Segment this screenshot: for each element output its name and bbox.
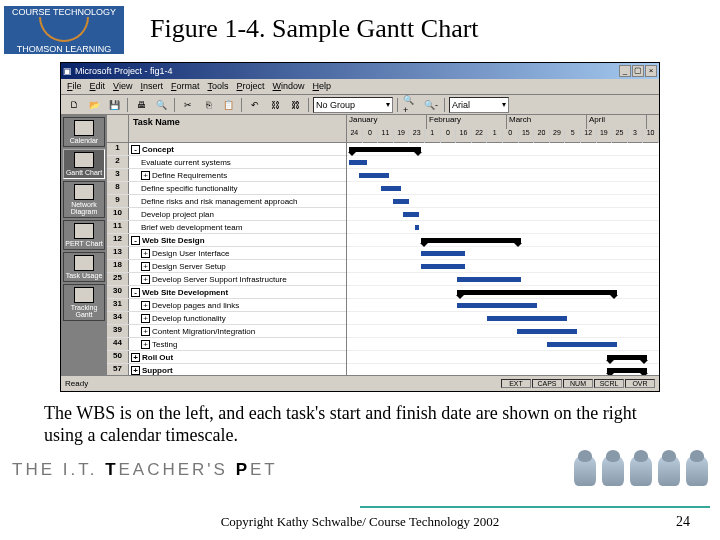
row-number[interactable]: 57 [107, 364, 129, 375]
cut-icon[interactable]: ✂ [179, 97, 197, 113]
paste-icon[interactable]: 📋 [219, 97, 237, 113]
task-bar[interactable] [457, 303, 537, 308]
task-bar[interactable] [403, 212, 419, 217]
row-number[interactable]: 3 [107, 169, 129, 181]
task-row[interactable]: 50+Roll Out [107, 351, 346, 364]
menu-window[interactable]: Window [273, 81, 305, 92]
expand-icon[interactable]: + [131, 353, 140, 362]
summary-bar[interactable] [457, 290, 617, 295]
row-number[interactable]: 50 [107, 351, 129, 363]
task-row[interactable]: 57+Support [107, 364, 346, 375]
minimize-button[interactable]: _ [619, 65, 631, 77]
zoom-out-icon[interactable]: 🔍- [422, 97, 440, 113]
task-bar[interactable] [457, 277, 521, 282]
expand-icon[interactable]: + [141, 301, 150, 310]
expand-icon[interactable]: + [141, 171, 150, 180]
copy-icon[interactable]: ⎘ [199, 97, 217, 113]
task-row[interactable]: 12-Web Site Design [107, 234, 346, 247]
menu-tools[interactable]: Tools [207, 81, 228, 92]
expand-icon[interactable]: + [141, 249, 150, 258]
font-combo[interactable]: Arial [449, 97, 509, 113]
viewbar-network-diagram[interactable]: Network Diagram [63, 181, 105, 218]
row-number[interactable]: 8 [107, 182, 129, 194]
row-number[interactable]: 12 [107, 234, 129, 246]
task-bar[interactable] [415, 225, 419, 230]
row-number[interactable]: 30 [107, 286, 129, 298]
menu-project[interactable]: Project [236, 81, 264, 92]
select-all-corner[interactable] [107, 115, 129, 142]
preview-icon[interactable]: 🔍 [152, 97, 170, 113]
task-bar[interactable] [421, 251, 465, 256]
print-icon[interactable]: 🖶 [132, 97, 150, 113]
expand-icon[interactable]: + [141, 262, 150, 271]
zoom-in-icon[interactable]: 🔍+ [402, 97, 420, 113]
row-number[interactable]: 18 [107, 260, 129, 272]
task-row[interactable]: 1-Concept [107, 143, 346, 156]
task-row[interactable]: 25+Develop Server Support Infrastructure [107, 273, 346, 286]
expand-icon[interactable]: - [131, 145, 140, 154]
row-number[interactable]: 34 [107, 312, 129, 324]
task-row[interactable]: 39+Content Migration/Integration [107, 325, 346, 338]
task-row[interactable]: 11Brief web development team [107, 221, 346, 234]
task-bar[interactable] [517, 329, 577, 334]
menu-insert[interactable]: Insert [140, 81, 163, 92]
menu-format[interactable]: Format [171, 81, 200, 92]
viewbar-tracking-gantt[interactable]: Tracking Gantt [63, 284, 105, 321]
save-icon[interactable]: 💾 [105, 97, 123, 113]
expand-icon[interactable]: + [141, 327, 150, 336]
expand-icon[interactable]: + [141, 314, 150, 323]
expand-icon[interactable]: + [141, 275, 150, 284]
viewbar-gantt-chart[interactable]: Gantt Chart [63, 149, 105, 179]
expand-icon[interactable]: - [131, 288, 140, 297]
task-name-header[interactable]: Task Name [129, 115, 346, 142]
task-row[interactable]: 9Define risks and risk management approa… [107, 195, 346, 208]
viewbar-calendar[interactable]: Calendar [63, 117, 105, 147]
summary-bar[interactable] [607, 355, 647, 360]
row-number[interactable]: 2 [107, 156, 129, 168]
row-number[interactable]: 11 [107, 221, 129, 233]
row-number[interactable]: 25 [107, 273, 129, 285]
task-bar[interactable] [421, 264, 465, 269]
task-bar[interactable] [381, 186, 401, 191]
row-number[interactable]: 31 [107, 299, 129, 311]
viewbar-pert-chart[interactable]: PERT Chart [63, 220, 105, 250]
expand-icon[interactable]: - [131, 236, 140, 245]
menu-edit[interactable]: Edit [90, 81, 106, 92]
open-file-icon[interactable]: 📂 [85, 97, 103, 113]
close-button[interactable]: × [645, 65, 657, 77]
menu-view[interactable]: View [113, 81, 132, 92]
row-number[interactable]: 9 [107, 195, 129, 207]
task-row[interactable]: 2Evaluate current systems [107, 156, 346, 169]
summary-bar[interactable] [421, 238, 521, 243]
new-file-icon[interactable]: 🗋 [65, 97, 83, 113]
link-icon[interactable]: ⛓ [266, 97, 284, 113]
task-row[interactable]: 10Develop project plan [107, 208, 346, 221]
viewbar-task-usage[interactable]: Task Usage [63, 252, 105, 282]
task-row[interactable]: 34+Develop functionality [107, 312, 346, 325]
task-bar[interactable] [349, 160, 367, 165]
menu-help[interactable]: Help [313, 81, 332, 92]
row-number[interactable]: 44 [107, 338, 129, 350]
task-row[interactable]: 44+Testing [107, 338, 346, 351]
row-number[interactable]: 1 [107, 143, 129, 155]
row-number[interactable]: 39 [107, 325, 129, 337]
menu-file[interactable]: File [67, 81, 82, 92]
maximize-button[interactable]: ▢ [632, 65, 644, 77]
task-bar[interactable] [487, 316, 567, 321]
task-row[interactable]: 30-Web Site Development [107, 286, 346, 299]
undo-icon[interactable]: ↶ [246, 97, 264, 113]
task-bar[interactable] [547, 342, 617, 347]
task-row[interactable]: 8Define specific functionality [107, 182, 346, 195]
task-row[interactable]: 3+Define Requirements [107, 169, 346, 182]
task-bar[interactable] [359, 173, 389, 178]
task-bar[interactable] [393, 199, 409, 204]
expand-icon[interactable]: + [131, 366, 140, 375]
group-combo[interactable]: No Group [313, 97, 393, 113]
task-row[interactable]: 13+Design User Interface [107, 247, 346, 260]
summary-bar[interactable] [349, 147, 421, 152]
expand-icon[interactable]: + [141, 340, 150, 349]
task-row[interactable]: 31+Develop pages and links [107, 299, 346, 312]
unlink-icon[interactable]: ⛓̸ [286, 97, 304, 113]
summary-bar[interactable] [607, 368, 647, 373]
row-number[interactable]: 10 [107, 208, 129, 220]
